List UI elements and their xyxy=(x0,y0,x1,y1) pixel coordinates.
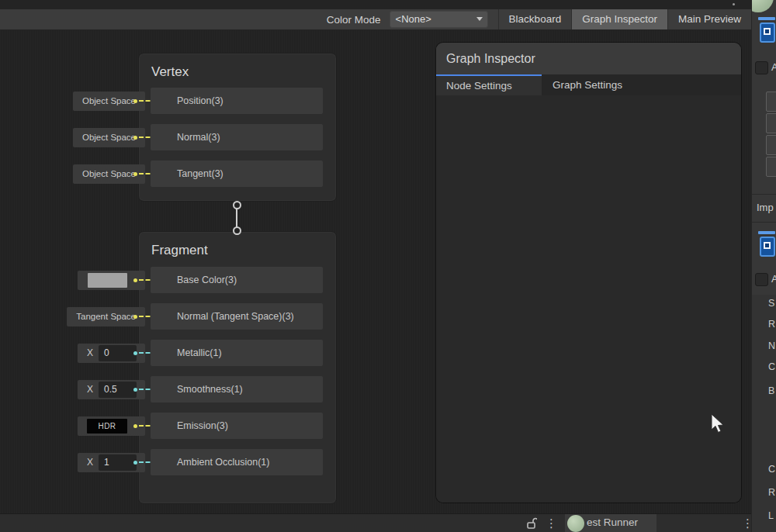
connector-bottom-cap[interactable] xyxy=(233,226,241,235)
edge-dot-icon xyxy=(133,461,137,465)
edge-dot-icon xyxy=(133,172,137,176)
inspector-body xyxy=(436,95,741,503)
edge-dot-icon xyxy=(133,278,137,282)
divider xyxy=(752,222,776,223)
window-top-strip xyxy=(0,0,776,9)
port-label: Smoothness(1) xyxy=(151,376,323,402)
truncated-property-label: R xyxy=(768,319,775,330)
edge-dot-icon xyxy=(133,99,137,103)
test-runner-tab-label: est Runner xyxy=(587,516,638,528)
kebab-menu-icon[interactable]: ⋮ xyxy=(742,516,753,531)
truncated-property-label: C xyxy=(768,464,775,475)
port-label: Emission(3) xyxy=(151,413,323,439)
float-value-field[interactable]: 0 xyxy=(99,345,137,361)
graph-inspector-panel: Graph Inspector Node Settings Graph Sett… xyxy=(436,43,741,503)
edge-dot-icon xyxy=(133,351,137,355)
field-stub[interactable] xyxy=(766,157,776,177)
chevron-down-icon xyxy=(476,17,483,21)
truncated-property-label: R xyxy=(768,487,775,498)
truncated-property-label: C xyxy=(768,361,775,372)
node-port-row[interactable]: Ambient Occlusion(1) xyxy=(151,449,323,475)
node-port-row[interactable]: Emission(3) xyxy=(151,413,323,439)
unity-inspector-strip: A Imp A SRNCBCRL xyxy=(751,0,776,532)
truncated-property-label: S xyxy=(768,298,774,309)
hdr-color-swatch[interactable]: HDR xyxy=(87,419,127,434)
truncated-property-label: L xyxy=(768,510,774,521)
node-port-row[interactable]: Metallic(1) xyxy=(151,340,323,366)
asset-checkbox-label: A xyxy=(771,61,776,73)
shader-graph-asset-icon xyxy=(758,17,776,47)
port-label: Tangent(3) xyxy=(151,161,323,187)
shader-graph-asset-icon xyxy=(758,231,776,261)
connector-top-cap[interactable] xyxy=(233,201,241,209)
field-stub[interactable] xyxy=(766,92,776,112)
unlock-icon[interactable] xyxy=(526,517,537,530)
graph-inspector-title: Graph Inspector xyxy=(436,43,741,74)
inspector-tab-bar: Node Settings Graph Settings xyxy=(436,74,741,95)
tiny-dot xyxy=(733,3,735,5)
tab-node-settings[interactable]: Node Settings xyxy=(436,74,542,95)
shader-graph-window: Color Mode <None> Blackboard Graph Inspe… xyxy=(0,0,776,532)
float-value-field[interactable]: 1 xyxy=(99,454,137,471)
edge-dot-icon xyxy=(133,388,137,392)
port-label: Metallic(1) xyxy=(151,340,323,366)
port-label: Normal(3) xyxy=(151,124,323,150)
x-component-label: X xyxy=(87,380,93,399)
asset-checkbox[interactable] xyxy=(755,61,768,74)
float-value-field[interactable]: 0.5 xyxy=(99,382,137,398)
blackboard-button[interactable]: Blackboard xyxy=(498,9,572,29)
color-mode-value: <None> xyxy=(396,13,431,25)
color-mode-dropdown[interactable]: <None> xyxy=(390,11,488,28)
field-stub[interactable] xyxy=(766,135,776,155)
divider xyxy=(752,194,776,195)
node-port-row[interactable]: Position(3) xyxy=(151,88,323,114)
bottom-dock-bar: ⋮ est Runner ⋮ xyxy=(0,513,751,532)
test-runner-tab[interactable]: est Runner xyxy=(565,514,656,532)
truncated-property-label: N xyxy=(768,340,775,351)
graph-toolbar: Color Mode <None> Blackboard Graph Inspe… xyxy=(0,9,751,30)
node-port-row[interactable]: Normal (Tangent Space)(3) xyxy=(151,303,323,330)
node-port-row[interactable]: Base Color(3) xyxy=(151,267,323,293)
vertex-node-title: Vertex xyxy=(151,64,189,80)
port-label: Base Color(3) xyxy=(151,267,323,293)
color-mode-label: Color Mode xyxy=(327,14,381,26)
material-preview-sphere-icon xyxy=(751,0,774,12)
color-swatch[interactable] xyxy=(88,273,127,288)
graph-inspector-button[interactable]: Graph Inspector xyxy=(571,9,667,29)
port-label: Ambient Occlusion(1) xyxy=(151,449,323,475)
port-label: Position(3) xyxy=(151,88,323,114)
asset-checkbox[interactable] xyxy=(755,273,768,286)
fragment-node-title: Fragment xyxy=(151,243,208,258)
x-component-label: X xyxy=(87,453,93,472)
sphere-icon xyxy=(567,515,584,532)
asset-checkbox-label: A xyxy=(771,273,776,285)
node-port-row[interactable]: Tangent(3) xyxy=(151,161,323,187)
node-port-row[interactable]: Normal(3) xyxy=(151,124,323,150)
port-label: Normal (Tangent Space)(3) xyxy=(151,303,323,330)
x-component-label: X xyxy=(87,344,93,363)
tab-graph-settings[interactable]: Graph Settings xyxy=(542,74,633,95)
stack-connector-edge xyxy=(236,206,237,227)
kebab-menu-icon[interactable]: ⋮ xyxy=(546,516,557,531)
truncated-property-label: B xyxy=(768,385,774,396)
graph-inspector-header: Graph Inspector xyxy=(436,43,741,74)
edge-dot-icon xyxy=(133,424,137,428)
edge-dot-icon xyxy=(133,136,137,140)
main-preview-button[interactable]: Main Preview xyxy=(667,9,751,29)
imported-object-section-label: Imp xyxy=(757,202,774,213)
field-stub[interactable] xyxy=(766,113,776,133)
node-port-row[interactable]: Smoothness(1) xyxy=(151,376,323,402)
edge-dot-icon xyxy=(133,315,137,319)
